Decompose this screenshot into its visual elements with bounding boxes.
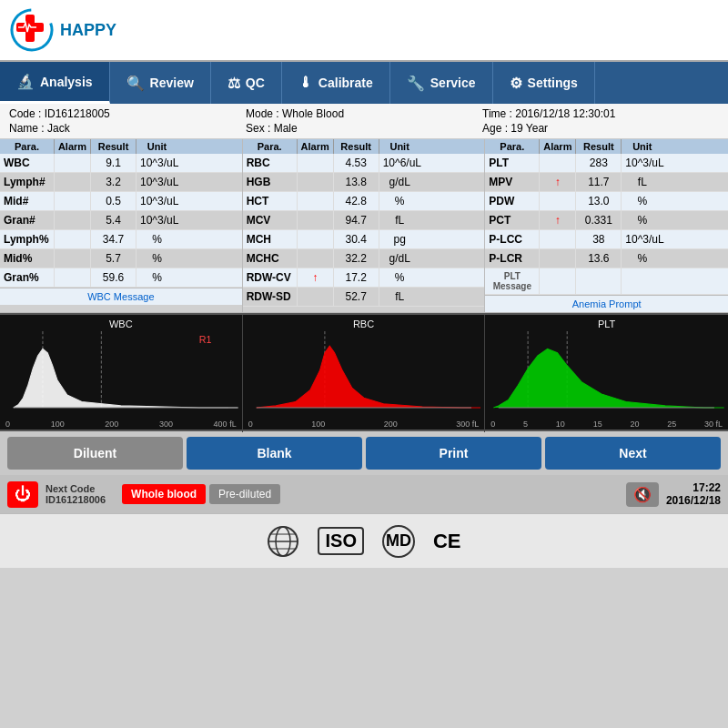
table-row: RBC 4.53 10^6/uL: [243, 154, 485, 173]
tables-row: Para. Alarm Result Unit WBC 9.1 10^3/uL …: [0, 139, 728, 313]
plt-th-para: Para.: [485, 139, 540, 154]
plt-table-header: Para. Alarm Result Unit: [485, 139, 728, 154]
print-button[interactable]: Print: [366, 437, 541, 470]
tab-qc[interactable]: ⚖ QC: [211, 62, 282, 104]
tab-settings-label: Settings: [528, 76, 578, 90]
rbc-th-alarm: Alarm: [298, 139, 334, 154]
rbc-chart: RBC 0100200300 fL: [243, 315, 486, 432]
wbc-th-para: Para.: [0, 139, 55, 154]
code-label: Code : ID161218005: [9, 107, 246, 120]
wbc-table-header: Para. Alarm Result Unit: [0, 139, 242, 154]
table-row: PCT ↑ 0.331 %: [485, 211, 728, 230]
charts-row: WBC R1 0100200300400 fL RBC: [0, 313, 728, 431]
wbc-th-unit: Unit: [136, 139, 177, 154]
table-row: Mid# 0.5 10^3/uL: [0, 192, 242, 211]
plt-chart: PLT 051015202530 fL: [485, 315, 728, 432]
whole-blood-button[interactable]: Whole blood: [122, 484, 206, 504]
table-row: RDW-CV ↑ 17.2 %: [243, 268, 485, 288]
mode-label: Mode : Whole Blood: [246, 107, 482, 120]
rbc-chart-svg: [247, 331, 481, 420]
tab-service[interactable]: 🔧 Service: [390, 62, 493, 104]
plt-table: Para. Alarm Result Unit PLT 283 10^3/uL …: [485, 139, 728, 312]
analysis-icon: 🔬: [16, 73, 35, 90]
md-badge: MD: [382, 525, 415, 558]
ce-badge: CE: [433, 530, 461, 553]
table-row: MPV ↑ 11.7 fL: [485, 173, 728, 192]
power-icon: ⏻: [15, 485, 31, 504]
tab-review-label: Review: [150, 76, 194, 90]
wbc-th-result: Result: [91, 139, 136, 154]
logo-area: HAPPY: [9, 7, 116, 53]
power-button[interactable]: ⏻: [7, 481, 38, 508]
wbc-th-alarm: Alarm: [55, 139, 91, 154]
plt-message: Anemia Prompt: [485, 295, 728, 312]
table-row: Lymph% 34.7 %: [0, 230, 242, 249]
table-row: RDW-SD 52.7 fL: [243, 288, 485, 307]
wbc-chart-title: WBC: [4, 318, 238, 329]
tab-calibrate-label: Calibrate: [318, 76, 373, 90]
table-row: MCHC 32.2 g/dL: [243, 249, 485, 268]
time-label: Time : 2016/12/18 12:30:01: [482, 107, 719, 120]
plt-th-unit: Unit: [622, 139, 662, 154]
next-code-area: Next Code ID161218006: [46, 483, 106, 505]
wbc-chart-svg: R1: [4, 331, 238, 420]
info-col-right: Time : 2016/12/18 12:30:01 Age : 19 Year: [482, 107, 719, 135]
top-header: HAPPY: [0, 0, 728, 62]
next-button[interactable]: Next: [545, 437, 721, 470]
diluent-button[interactable]: Diluent: [7, 437, 183, 470]
time-display: 17:22 2016/12/18: [666, 481, 721, 507]
tab-analysis-label: Analysis: [40, 75, 93, 89]
wbc-chart-axis: 0100200300400 fL: [4, 420, 238, 429]
tab-settings[interactable]: ⚙ Settings: [493, 62, 595, 104]
plt-th-alarm: Alarm: [540, 139, 576, 154]
next-code-value: ID161218006: [46, 494, 106, 505]
table-row: MCV 94.7 fL: [243, 211, 485, 230]
settings-icon: ⚙: [510, 75, 522, 92]
qc-icon: ⚖: [228, 75, 240, 92]
rbc-th-result: Result: [334, 139, 379, 154]
status-date: 2016/12/18: [666, 494, 721, 507]
svg-text:R1: R1: [199, 334, 212, 345]
info-col-left: Code : ID161218005 Name : Jack: [9, 107, 246, 135]
table-row: MCH 30.4 pg: [243, 230, 485, 249]
table-row: PDW 13.0 %: [485, 192, 728, 211]
table-row: Lymph# 3.2 10^3/uL: [0, 173, 242, 192]
tab-review[interactable]: 🔍 Review: [110, 62, 211, 104]
table-row: HCT 42.8 %: [243, 192, 485, 211]
wbc-table: Para. Alarm Result Unit WBC 9.1 10^3/uL …: [0, 139, 243, 312]
bottom-logos: ISO MD CE: [0, 513, 728, 568]
table-row: HGB 13.8 g/dL: [243, 173, 485, 192]
rbc-chart-title: RBC: [247, 318, 481, 329]
logo-text: HAPPY: [60, 21, 116, 40]
table-row: WBC 9.1 10^3/uL: [0, 154, 242, 173]
service-icon: 🔧: [407, 75, 425, 92]
info-col-mid: Mode : Whole Blood Sex : Male: [246, 107, 482, 135]
blood-type-buttons: Whole blood Pre-diluted: [122, 484, 280, 504]
tab-analysis[interactable]: 🔬 Analysis: [0, 62, 110, 104]
table-row: P-LCC 38 10^3/uL: [485, 230, 728, 249]
table-row: Mid% 5.7 %: [0, 249, 242, 268]
table-row: PLT Message: [485, 268, 728, 295]
wbc-message: WBC Message: [0, 288, 242, 305]
review-icon: 🔍: [126, 75, 145, 92]
blank-button[interactable]: Blank: [187, 437, 362, 470]
logo-graphic: [9, 7, 55, 53]
table-row: Gran% 59.6 %: [0, 268, 242, 288]
calibrate-icon: 🌡: [298, 75, 313, 91]
globe-icon: [267, 525, 299, 558]
next-code-label: Next Code: [46, 483, 106, 494]
pre-diluted-button[interactable]: Pre-diluted: [209, 484, 280, 504]
status-time: 17:22: [666, 481, 721, 494]
tab-qc-label: QC: [246, 76, 265, 90]
buttons-row: Diluent Blank Print Next: [0, 431, 728, 475]
status-bar: ⏻ Next Code ID161218006 Whole blood Pre-…: [0, 475, 728, 513]
mute-button[interactable]: 🔇: [626, 482, 659, 507]
table-row: Gran# 5.4 10^3/uL: [0, 211, 242, 230]
tab-calibrate[interactable]: 🌡 Calibrate: [282, 62, 390, 104]
rbc-th-unit: Unit: [379, 139, 420, 154]
info-bar: Code : ID161218005 Name : Jack Mode : Wh…: [0, 104, 728, 139]
table-row: PLT 283 10^3/uL: [485, 154, 728, 173]
rbc-th-para: Para.: [243, 139, 298, 154]
age-label: Age : 19 Year: [482, 122, 719, 135]
rbc-table-header: Para. Alarm Result Unit: [243, 139, 485, 154]
